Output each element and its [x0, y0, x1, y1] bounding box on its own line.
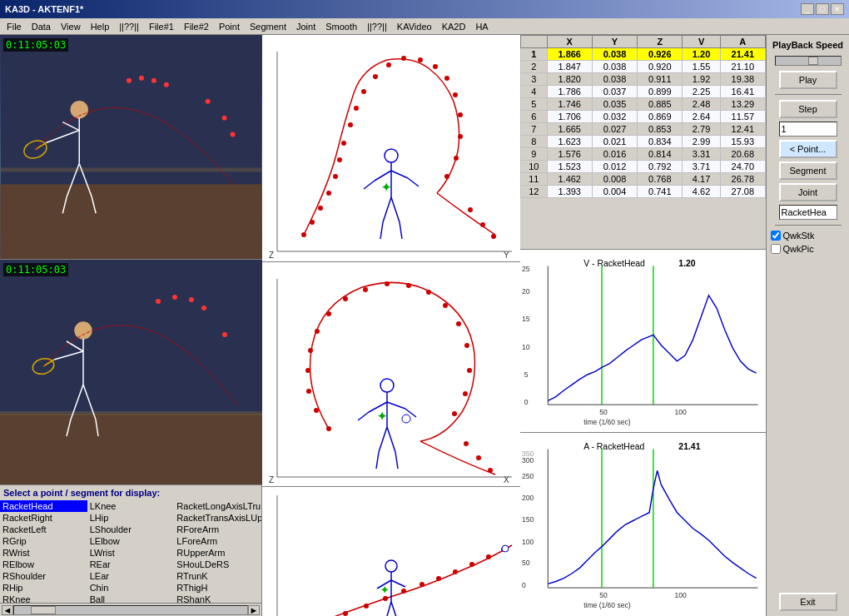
list-item[interactable]: LHip [87, 512, 175, 524]
table-row[interactable]: 9 1.576 0.016 0.814 3.31 20.68 [521, 148, 766, 161]
table-row[interactable]: 8 1.623 0.021 0.834 2.99 15.93 [521, 136, 766, 148]
table-row[interactable]: 11 1.462 0.008 0.768 4.17 26.78 [521, 173, 766, 186]
title-bar: KA3D - AKTENF1* _ □ ✕ [0, 0, 849, 18]
qwkstk-label[interactable]: QwkStk [783, 231, 815, 241]
scrollbar-area[interactable]: ◄ ► [0, 603, 261, 616]
menu-data[interactable]: Data [27, 20, 56, 33]
speed-slider-thumb[interactable] [808, 57, 818, 65]
minimize-button[interactable]: _ [801, 3, 814, 15]
list-item[interactable]: Chin [87, 582, 175, 594]
menu-kavideo[interactable]: KAVideo [392, 20, 437, 33]
play-button[interactable]: Play [779, 71, 837, 89]
table-scroll-area[interactable]: X Y Z V A 1 1.866 0.038 0.926 1.20 21.41… [520, 35, 766, 250]
list-item[interactable]: LKnee [87, 500, 175, 512]
table-row[interactable]: 10 1.523 0.012 0.792 3.71 24.70 [521, 161, 766, 173]
scroll-right-btn[interactable]: ► [248, 605, 260, 615]
table-row[interactable]: 2 1.847 0.038 0.920 1.55 21.10 [521, 61, 766, 73]
close-button[interactable]: ✕ [831, 3, 844, 15]
menu-smooth[interactable]: Smooth [320, 20, 362, 33]
speed-slider-track[interactable] [775, 56, 842, 66]
svg-point-37 [222, 332, 227, 337]
table-row[interactable]: 4 1.786 0.037 0.899 2.25 16.41 [521, 86, 766, 98]
list-item[interactable]: RThigH [174, 582, 261, 594]
menu-segment[interactable]: Segment [245, 20, 291, 33]
menu-ha[interactable]: HA [470, 20, 493, 33]
menu-ka2d[interactable]: KA2D [437, 20, 471, 33]
joint-button[interactable]: Joint [779, 183, 837, 201]
svg-point-86 [385, 281, 390, 286]
svg-point-14 [151, 78, 156, 83]
table-row[interactable]: 12 1.393 0.004 0.741 4.62 27.08 [521, 186, 766, 198]
list-item[interactable]: RShoulder [0, 570, 87, 582]
list-item[interactable]: LShoulder [87, 524, 175, 535]
menu-view[interactable]: View [56, 20, 86, 33]
segment-button[interactable]: Segment [779, 161, 837, 180]
point-button[interactable]: < Point... [779, 140, 837, 158]
table-row[interactable]: 1 1.866 0.038 0.926 1.20 21.41 [521, 48, 766, 61]
svg-point-77 [326, 426, 331, 431]
menu-joint[interactable]: Joint [291, 20, 320, 33]
cell-z: 0.926 [638, 48, 683, 61]
menu-help[interactable]: Help [86, 20, 115, 33]
menu-point[interactable]: Point [214, 20, 245, 33]
step-value-input[interactable] [779, 122, 837, 137]
qwkpic-checkbox[interactable] [771, 244, 781, 254]
list-item[interactable]: RForeArm [174, 524, 261, 535]
svg-point-45 [341, 141, 346, 146]
list-item[interactable]: LWrist [87, 547, 175, 559]
list-item[interactable]: SHouLDeRS [174, 559, 261, 570]
scrollbar-thumb[interactable] [31, 606, 56, 614]
list-item[interactable]: REar [87, 559, 175, 570]
list-item[interactable]: RUpperArm [174, 547, 261, 559]
list-item[interactable]: Ball [87, 594, 175, 603]
list-item[interactable]: LForeArm [174, 535, 261, 547]
svg-point-60 [468, 207, 473, 212]
list-item[interactable]: RacketHead [0, 500, 87, 512]
window-controls[interactable]: _ □ ✕ [801, 3, 844, 15]
exit-button[interactable]: Exit [779, 593, 837, 611]
qwkpic-label[interactable]: QwkPic [783, 244, 814, 254]
list-item[interactable]: RTrunK [174, 570, 261, 582]
menu-file2[interactable]: File#2 [179, 20, 214, 33]
table-row[interactable]: 3 1.820 0.038 0.911 1.92 19.38 [521, 73, 766, 86]
selection-col-3[interactable]: RacketLongAxisLTrunKRacketTransAxisLUppe… [174, 500, 261, 603]
menu-file[interactable]: File [2, 20, 27, 33]
list-item[interactable]: RGrip [0, 535, 87, 547]
svg-point-50 [386, 62, 391, 67]
svg-point-36 [201, 306, 206, 310]
list-item[interactable]: LElbow [87, 535, 175, 547]
svg-point-118 [401, 589, 406, 594]
maximize-button[interactable]: □ [816, 3, 829, 15]
cell-x: 1.746 [547, 98, 592, 111]
qwkstk-checkbox[interactable] [771, 231, 781, 241]
step-button[interactable]: Step [779, 100, 837, 118]
svg-rect-135 [520, 254, 766, 428]
list-item[interactable]: LEar [87, 570, 175, 582]
list-item[interactable]: RShanK [174, 594, 261, 603]
table-row[interactable]: 5 1.746 0.035 0.885 2.48 13.29 [521, 98, 766, 111]
cell-y: 0.012 [592, 161, 637, 173]
list-item[interactable]: RacketLeft [0, 524, 87, 535]
list-item[interactable]: RacketLongAxisLTrunK [174, 500, 261, 512]
list-item[interactable]: RKnee [0, 594, 87, 603]
table-row[interactable]: 6 1.706 0.032 0.869 2.64 11.57 [521, 111, 766, 123]
table-row[interactable]: 7 1.665 0.027 0.853 2.79 12.41 [521, 123, 766, 136]
list-item[interactable]: RacketRight [0, 512, 87, 524]
scroll-left-btn[interactable]: ◄ [2, 605, 13, 615]
menu-file1[interactable]: File#1 [144, 20, 179, 33]
cell-y: 0.037 [592, 86, 637, 98]
menu-help2[interactable]: ||??|| [114, 20, 144, 33]
list-item[interactable]: RElbow [0, 559, 87, 570]
racket-label-input[interactable] [779, 205, 837, 220]
list-item[interactable]: RacketTransAxisLUpperArm [174, 512, 261, 524]
menu-help3[interactable]: ||??|| [362, 20, 392, 33]
selection-col-2[interactable]: LKneeLHipLShoulderLElbowLWristREarLEarCh… [87, 500, 175, 603]
cell-y: 0.016 [592, 148, 637, 161]
cell-v: 1.92 [683, 73, 720, 86]
list-item[interactable]: RWrist [0, 547, 87, 559]
scrollbar-track[interactable] [13, 605, 248, 615]
list-item[interactable]: RHip [0, 582, 87, 594]
selection-col-1[interactable]: RacketHeadRacketRightRacketLeftRGripRWri… [0, 500, 87, 603]
svg-point-13 [164, 82, 169, 87]
video-panel-1: 0:11:05:03 [0, 35, 262, 260]
